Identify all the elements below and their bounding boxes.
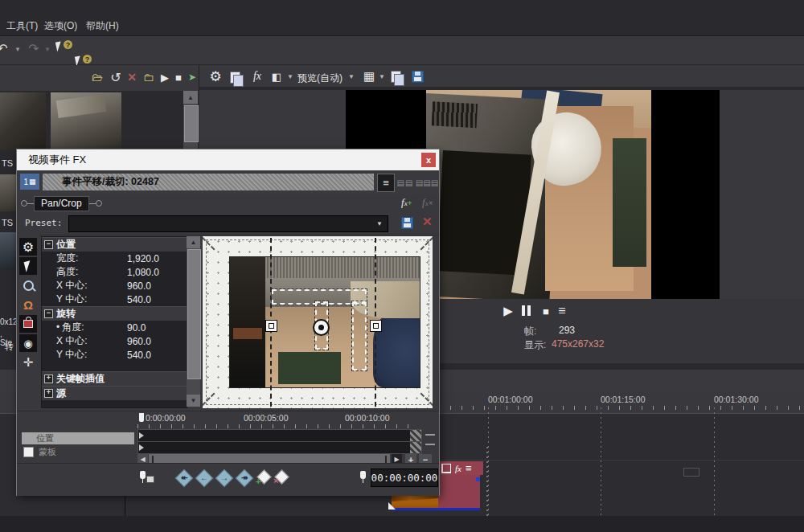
property-row[interactable]: 宽度:1,920.0: [42, 252, 187, 265]
preset-dropdown-icon[interactable]: ▼: [376, 220, 383, 227]
keyframe-timecode[interactable]: 00:00:00:00: [371, 469, 438, 487]
revert-icon[interactable]: ↺: [109, 70, 123, 84]
fade-handle[interactable]: [388, 502, 396, 509]
save-snapshot-icon[interactable]: [412, 71, 424, 83]
kf-scroll-thumb-edge[interactable]: [385, 456, 387, 463]
menu-help[interactable]: 帮助(H): [86, 19, 119, 33]
save-preset-icon[interactable]: [401, 217, 413, 229]
remove-fx-icon[interactable]: fx×: [422, 196, 433, 209]
property-row[interactable]: Y 中心:540.0: [42, 348, 187, 362]
delete-preset-icon[interactable]: ✕: [422, 215, 433, 229]
crop-center-handle[interactable]: [313, 319, 330, 336]
menu-tools[interactable]: 工具(T): [6, 19, 38, 33]
property-scrollbar[interactable]: ▲ ▼: [187, 236, 200, 407]
overlay-grid-icon[interactable]: ▦: [362, 68, 376, 84]
kf-track-position[interactable]: 位置: [22, 432, 134, 444]
playback-menu-icon[interactable]: ≡: [556, 303, 568, 319]
preview-quality-label[interactable]: 预览(自动): [297, 72, 343, 85]
grid-dropdown-icon[interactable]: ▼: [378, 72, 386, 80]
event-fx-icon[interactable]: fx: [455, 464, 461, 473]
play-trimmer-icon[interactable]: ▶: [158, 70, 171, 84]
first-keyframe-icon[interactable]: ↞: [175, 469, 194, 488]
scrollbar-thumb[interactable]: [187, 249, 201, 379]
layout-single-icon[interactable]: ≡: [377, 174, 395, 192]
media-scrollbar[interactable]: ▲: [183, 91, 198, 153]
external-monitor-icon[interactable]: [230, 72, 240, 84]
kf-ruler[interactable]: 0:00:00:00 00:00:05:00 00:00:10:00: [137, 411, 420, 429]
stop-trimmer-icon[interactable]: ■: [172, 70, 185, 84]
kf-row-mask[interactable]: [137, 441, 422, 454]
quality-dropdown-icon[interactable]: ▼: [347, 72, 355, 80]
kf-panel-grip-icon[interactable]: [425, 434, 435, 445]
zoom-tool-icon[interactable]: [19, 276, 37, 294]
redo-dropdown-icon[interactable]: ▼: [43, 44, 52, 54]
section-position[interactable]: −位置: [42, 237, 187, 252]
copy-snapshot-icon[interactable]: [391, 71, 401, 83]
tab-pan-crop[interactable]: Pan/Crop: [34, 196, 89, 211]
cursor-play-icon[interactable]: ➤: [186, 70, 199, 84]
preset-combobox[interactable]: ▼: [68, 215, 388, 232]
insert-keyframe-icon[interactable]: +: [259, 472, 269, 482]
crop-handle-left[interactable]: [265, 320, 277, 332]
video-fx-icon[interactable]: fx: [249, 68, 265, 84]
mask-checkbox[interactable]: [23, 447, 34, 457]
video-event-clip[interactable]: fx ≡: [438, 461, 480, 508]
pan-crop-icon[interactable]: [441, 464, 451, 473]
move-freely-icon[interactable]: ✛: [19, 354, 37, 371]
undo-dropdown-icon[interactable]: ▼: [13, 44, 23, 54]
kf-row-marker-icon[interactable]: [139, 444, 144, 451]
media-thumbnail[interactable]: [51, 92, 121, 150]
scroll-up-icon[interactable]: ▲: [187, 236, 200, 248]
lock-aspect-icon[interactable]: [19, 315, 37, 333]
center-target-icon[interactable]: ◉: [19, 334, 37, 352]
close-icon[interactable]: x: [421, 153, 436, 167]
media-thumbnail[interactable]: [0, 92, 46, 150]
event-menu-icon[interactable]: ≡: [466, 462, 472, 474]
split-dropdown-icon[interactable]: ▼: [286, 72, 294, 80]
kf-cursor-head[interactable]: [139, 413, 144, 422]
stop-icon[interactable]: ■: [539, 304, 552, 318]
interactive-tutorials-icon[interactable]: ?: [56, 40, 72, 55]
remove-icon[interactable]: ✕: [125, 70, 138, 84]
normal-edit-tool-gear-icon[interactable]: ⚙: [19, 238, 37, 256]
kf-track-mask[interactable]: 蒙板: [22, 446, 134, 458]
next-keyframe-icon[interactable]: →: [215, 469, 234, 488]
property-row[interactable]: Y 中心:540.0: [42, 293, 187, 306]
scroll-down-icon[interactable]: ▼: [187, 395, 200, 407]
event-title-bar[interactable]: 事件平移/裁切: 02487: [43, 174, 374, 190]
pause-icon[interactable]: [522, 305, 531, 316]
add-media-icon[interactable]: 🗀: [142, 70, 156, 84]
menu-options[interactable]: 选项(O): [44, 19, 77, 33]
redo-icon[interactable]: ↷: [27, 41, 41, 55]
preview-settings-gear-icon[interactable]: ⚙: [207, 68, 224, 84]
edit-cursor[interactable]: [486, 447, 488, 519]
section-rotation[interactable]: −旋转: [42, 306, 187, 321]
previous-keyframe-icon[interactable]: ←: [195, 469, 214, 488]
plugin-index-badge[interactable]: 1▦: [20, 174, 39, 190]
section-source[interactable]: +源: [42, 386, 187, 400]
kf-scroll-thumb-edge[interactable]: [152, 456, 154, 463]
property-row[interactable]: 高度:1,080.0: [42, 265, 187, 279]
pan-crop-workspace[interactable]: [203, 236, 433, 408]
crop-handle-right[interactable]: [370, 320, 382, 332]
arrow-tool-icon[interactable]: [19, 257, 37, 275]
delete-keyframe-icon[interactable]: ×: [277, 472, 287, 482]
undo-icon[interactable]: ↶: [0, 41, 10, 55]
layout-triple-icon[interactable]: ▤▤▤: [417, 177, 437, 188]
sync-cursor-icon[interactable]: [140, 471, 154, 483]
property-row[interactable]: •角度:90.0: [42, 321, 187, 334]
split-screen-icon[interactable]: ◧: [269, 68, 285, 84]
property-row[interactable]: X 中心:960.0: [42, 334, 187, 348]
property-row[interactable]: X 中心:960.0: [42, 279, 187, 293]
add-fx-icon[interactable]: fx+: [401, 196, 412, 209]
dialog-titlebar[interactable]: 视频事件 FX x: [17, 149, 439, 170]
kf-row-marker-icon[interactable]: [139, 432, 144, 439]
layout-double-icon[interactable]: ▤▤: [397, 177, 413, 188]
scrollbar-thumb[interactable]: [184, 105, 199, 142]
section-keyframe-interp[interactable]: +关键帧插值: [42, 371, 187, 386]
scroll-up-icon[interactable]: ▲: [183, 91, 198, 104]
play-icon[interactable]: ▶: [501, 304, 515, 318]
kf-row-position[interactable]: [137, 429, 422, 442]
snap-magnet-icon[interactable]: Ω: [19, 296, 37, 313]
last-keyframe-icon[interactable]: ↠: [236, 469, 254, 488]
